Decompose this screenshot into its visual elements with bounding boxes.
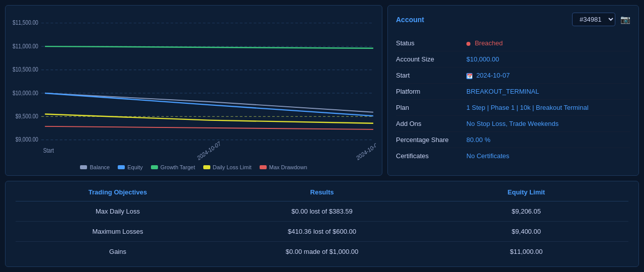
legend-label-growth: Growth Target [160,164,195,170]
percentage-label: Percentage Share [396,136,466,144]
header-objectives: Trading Objectives [16,188,220,196]
legend-label-equity: Equity [127,164,143,170]
plan-value: 1 Step | Phase 1 | 10k | Breakout Termin… [466,104,630,111]
addons-value: No Stop Loss, Trade Weekends [466,120,630,127]
chart-panel: $11,500.00 $11,000.00 $10,500.00 $10,000… [5,5,382,176]
legend-color-growth [151,165,158,169]
percentage-value: 80.00 % [466,136,630,144]
legend-color-daily-loss [203,165,210,169]
status-row: Status Breached [396,35,630,51]
certificates-label: Certificates [396,152,466,160]
legend-item-equity: Equity [118,164,143,170]
status-dot [466,42,470,46]
svg-text:$9,000.00: $9,000.00 [16,137,38,143]
start-row: Start 📅 2024-10-07 [396,67,630,84]
account-select-wrap: #34981 📷 [572,13,630,26]
account-size-value: $10,000.00 [466,55,630,63]
equity-gains: $11,000.00 [424,248,628,255]
legend-item-balance: Balance [80,164,110,170]
table-header: Trading Objectives Results Equity Limit [16,188,628,201]
objective-max-daily-loss: Max Daily Loss [16,208,220,215]
svg-text:$10,000.00: $10,000.00 [13,90,38,96]
account-select[interactable]: #34981 [572,13,615,26]
equity-max-daily-loss: $9,206.05 [424,208,628,215]
status-label: Status [396,39,466,47]
addons-label: Add Ons [396,120,466,127]
objective-max-losses: Maximum Losses [16,228,220,235]
platform-label: Platform [396,88,466,95]
start-label: Start [396,72,466,79]
platform-row: Platform BREAKOUT_TERMINAL [396,84,630,100]
percentage-row: Percentage Share 80.00 % [396,132,630,148]
svg-text:2024-10-08: 2024-10-08 [355,140,376,160]
svg-text:$9,500.00: $9,500.00 [16,113,38,119]
legend-label-balance: Balance [90,164,110,170]
account-size-row: Account Size $10,000.00 [396,51,630,67]
trading-objectives-panel: Trading Objectives Results Equity Limit … [5,181,639,267]
account-size-label: Account Size [396,55,466,63]
chart-legend: Balance Equity Growth Target Daily Loss … [12,160,376,170]
account-header: Account #34981 📷 [396,13,630,26]
header-equity-limit: Equity Limit [424,188,628,196]
legend-color-equity [118,165,125,169]
header-results: Results [220,188,424,196]
legend-item-daily-loss: Daily Loss Limit [203,164,252,170]
addons-row: Add Ons No Stop Loss, Trade Weekends [396,116,630,132]
export-icon[interactable]: 📷 [620,15,630,24]
table-row: Max Daily Loss $0.00 lost of $383.59 $9,… [16,201,628,222]
plan-label: Plan [396,104,466,111]
certificates-value: No Certificates [466,152,630,160]
platform-value: BREAKOUT_TERMINAL [466,88,630,95]
equity-max-losses: $9,400.00 [424,228,628,235]
legend-color-max-drawdown [260,165,267,169]
table-row: Gains $0.00 made of $1,000.00 $11,000.00 [16,242,628,261]
result-max-losses: $410.36 lost of $600.00 [220,228,424,235]
objective-gains: Gains [16,248,220,255]
legend-label-max-drawdown: Max Drawdown [269,164,307,170]
chart-area: $11,500.00 $11,000.00 $10,500.00 $10,000… [12,13,376,160]
account-label: Account [396,16,424,24]
table-row: Maximum Losses $410.36 lost of $600.00 $… [16,222,628,242]
legend-item-growth: Growth Target [151,164,195,170]
legend-item-max-drawdown: Max Drawdown [260,164,307,170]
account-panel: Account #34981 📷 Status Breached Account… [387,5,639,176]
legend-label-daily-loss: Daily Loss Limit [213,164,252,170]
legend-color-balance [80,165,87,169]
svg-text:$11,500.00: $11,500.00 [13,20,38,26]
certificates-row: Certificates No Certificates [396,148,630,164]
result-max-daily-loss: $0.00 lost of $383.59 [220,208,424,215]
start-value: 📅 2024-10-07 [466,72,630,79]
chart-svg: $11,500.00 $11,000.00 $10,500.00 $10,000… [12,13,376,160]
result-gains: $0.00 made of $1,000.00 [220,248,424,255]
svg-text:Start: Start [43,147,54,154]
status-value: Breached [466,39,630,47]
calendar-icon: 📅 [466,73,472,79]
svg-text:$10,500.00: $10,500.00 [13,66,38,73]
plan-row: Plan 1 Step | Phase 1 | 10k | Breakout T… [396,100,630,116]
svg-text:2024-10-07: 2024-10-07 [196,140,222,160]
svg-text:$11,000.00: $11,000.00 [13,43,38,49]
